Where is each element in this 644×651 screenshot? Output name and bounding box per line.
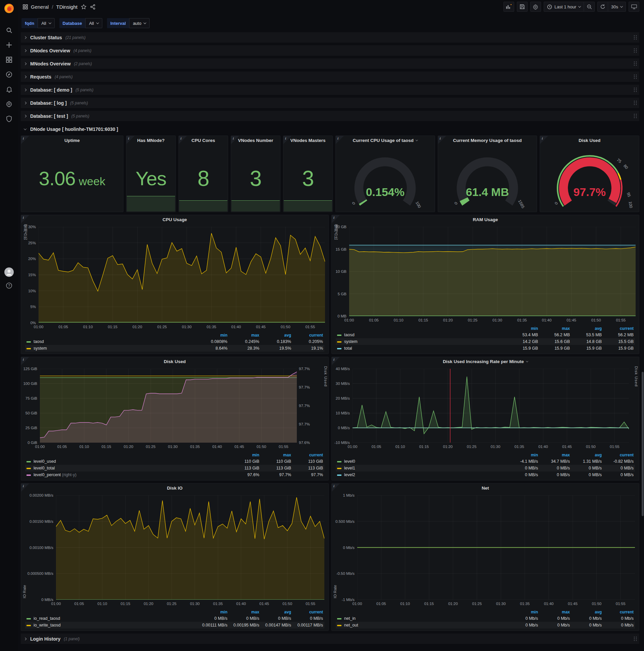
explore-icon[interactable] — [0, 67, 18, 82]
scrollbar-thumb[interactable] — [642, 372, 644, 516]
legend-series-name[interactable]: level0_percent (right-y) — [25, 471, 229, 478]
legend-column-header[interactable]: min — [197, 332, 229, 338]
info-icon[interactable]: i — [21, 357, 29, 365]
refresh-interval-select[interactable]: 30s — [608, 2, 626, 12]
search-icon[interactable] — [0, 23, 18, 38]
legend-series-name[interactable]: level2 — [336, 471, 508, 478]
avatar[interactable] — [4, 267, 14, 277]
legend-column-header[interactable]: min — [197, 609, 229, 615]
time-range-picker[interactable]: Last 1 hour — [544, 2, 584, 12]
row-drag-handle[interactable] — [633, 74, 637, 80]
panel-title[interactable]: Disk Used — [164, 359, 186, 364]
legend-column-header[interactable]: max — [229, 332, 261, 338]
panel-title[interactable]: Current CPU Usage of taosd — [353, 138, 414, 143]
legend-series-name[interactable]: level0 — [336, 458, 508, 465]
info-icon[interactable]: i — [283, 136, 291, 144]
server-admin-icon[interactable] — [0, 112, 18, 126]
info-icon[interactable]: i — [332, 215, 340, 223]
legend-column-header[interactable]: avg — [571, 452, 603, 458]
legend-series-name[interactable]: net_out — [336, 622, 508, 628]
configuration-icon[interactable] — [0, 97, 18, 112]
panel-title[interactable]: Disk Used — [579, 138, 601, 143]
info-icon[interactable]: i — [179, 136, 187, 144]
add-panel-button[interactable] — [504, 2, 514, 12]
variable-database-value[interactable]: All — [85, 18, 102, 28]
panel-disk-rate[interactable]: iDisk Used Increasing Rate per Minute01:… — [331, 357, 639, 480]
legend-column-header[interactable]: current — [603, 326, 635, 332]
row-drag-handle[interactable] — [633, 48, 637, 53]
info-icon[interactable]: i — [438, 136, 446, 144]
panel-title[interactable]: Net — [482, 486, 489, 491]
legend-column-header[interactable]: current — [292, 332, 324, 338]
series-color-swatch[interactable] — [337, 625, 342, 626]
help-icon[interactable]: ? — [0, 281, 18, 290]
legend-series-name[interactable]: io_read_taosd — [25, 615, 197, 622]
panel-title[interactable]: Current Memory Usage of taosd — [453, 138, 522, 143]
legend-series-name[interactable]: level0_total — [25, 465, 229, 471]
row-drag-handle[interactable] — [633, 87, 637, 93]
share-icon[interactable] — [90, 4, 96, 10]
alerting-icon[interactable] — [0, 82, 18, 97]
plot-area[interactable] — [40, 369, 297, 443]
panel-cpu-usage[interactable]: iCPU Usage使用占比01:0001:0501:1001:1501:200… — [21, 215, 329, 354]
panel-title[interactable]: VNodes Number — [238, 138, 273, 143]
info-icon[interactable]: i — [231, 136, 239, 144]
series-color-swatch[interactable] — [337, 461, 342, 462]
info-icon[interactable]: i — [21, 484, 29, 492]
plot-area[interactable] — [39, 227, 325, 323]
legend-column-header[interactable]: current — [603, 452, 635, 458]
plot-area[interactable] — [56, 495, 324, 600]
legend-column-header[interactable]: current — [603, 609, 635, 615]
page-title[interactable]: TDinsight — [56, 4, 77, 10]
legend-column-header[interactable]: avg — [571, 326, 603, 332]
panel-title[interactable]: Uptime — [64, 138, 80, 143]
legend-column-header[interactable]: max — [539, 609, 571, 615]
panel-title[interactable]: VNodes Masters — [290, 138, 325, 143]
row-login-history[interactable]: Login History (1 panel) — [21, 633, 639, 644]
legend-column-header[interactable]: max — [261, 452, 292, 458]
row-drag-handle[interactable] — [633, 35, 637, 40]
panel-net[interactable]: iNetIO Rate01:0001:0501:1001:1501:2001:2… — [331, 483, 639, 631]
info-icon[interactable]: i — [332, 484, 340, 492]
row-header-4[interactable]: Database: [ demo ](5 panels) — [21, 85, 639, 95]
row-drag-handle[interactable] — [633, 114, 637, 119]
variable-interval-value[interactable]: auto — [129, 18, 150, 28]
info-icon[interactable]: i — [332, 357, 340, 365]
series-color-swatch[interactable] — [27, 625, 31, 626]
legend-column-header[interactable]: max — [229, 609, 261, 615]
series-color-swatch[interactable] — [27, 341, 31, 343]
dashboards-icon[interactable] — [0, 52, 18, 67]
grafana-logo[interactable] — [3, 3, 15, 14]
legend-series-name[interactable]: taosd — [336, 332, 508, 338]
series-color-swatch[interactable] — [27, 618, 31, 619]
legend-column-header[interactable]: min — [508, 609, 539, 615]
legend-series-name[interactable]: io_write_taosd — [25, 622, 197, 628]
legend-column-header[interactable]: min — [508, 326, 539, 332]
legend-series-name[interactable]: total — [336, 345, 508, 352]
stat-panel-has-mnode[interactable]: i Has MNode? Yes — [126, 135, 176, 212]
info-icon[interactable]: i — [126, 136, 134, 144]
legend-series-name[interactable]: level0_used — [25, 458, 229, 465]
series-color-swatch[interactable] — [27, 348, 31, 349]
series-color-swatch[interactable] — [27, 474, 31, 476]
legend-series-name[interactable]: net_in — [336, 615, 508, 622]
panel-disk-used[interactable]: iDisk Used01:0001:0501:1001:1501:2001:25… — [21, 357, 329, 480]
legend-column-header[interactable]: max — [539, 326, 571, 332]
series-color-swatch[interactable] — [337, 468, 342, 469]
panel-title[interactable]: CPU Cores — [192, 138, 215, 143]
row-drag-handle[interactable] — [633, 636, 637, 642]
panel-disk-io[interactable]: iDisk IOIO Rate01:0001:0501:1001:1501:20… — [21, 483, 329, 631]
info-icon[interactable]: i — [336, 136, 344, 144]
row-header-3[interactable]: Requests(4 panels) — [21, 71, 639, 82]
legend-series-name[interactable]: system — [336, 338, 508, 345]
stat-panel-vnodes-masters[interactable]: i VNodes Masters 3 — [283, 135, 333, 212]
zoom-out-button[interactable] — [584, 2, 595, 12]
legend-series-name[interactable]: level1 — [336, 465, 508, 471]
info-icon[interactable]: i — [21, 136, 29, 144]
series-color-swatch[interactable] — [337, 341, 342, 343]
star-icon[interactable] — [81, 4, 87, 10]
legend-column-header[interactable]: avg — [261, 609, 292, 615]
plot-area[interactable] — [357, 495, 635, 600]
panel-title[interactable]: CPU Usage — [163, 217, 187, 222]
stat-panel-cpu-cores[interactable]: i CPU Cores 8 — [179, 135, 228, 212]
